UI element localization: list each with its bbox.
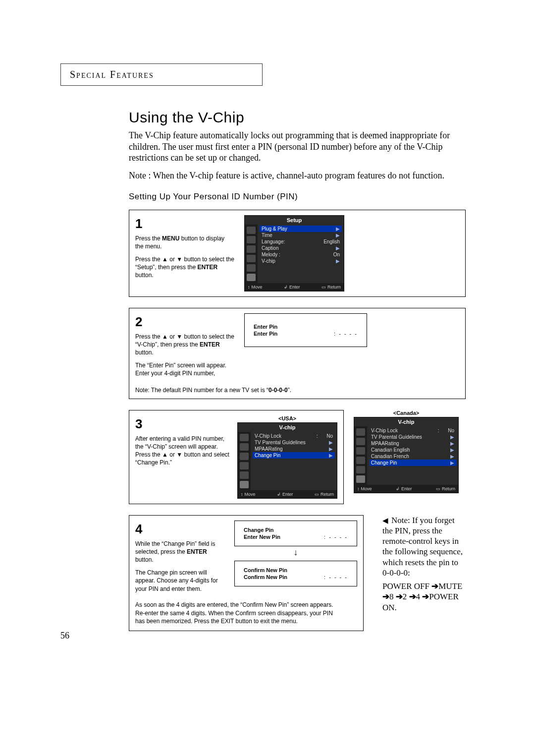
osd-footer-move: ↕ Move	[357, 486, 372, 491]
up-arrow-icon	[162, 333, 168, 340]
osd-icon-selected	[240, 481, 249, 488]
osd-icon	[240, 434, 249, 441]
osd-item-melody: Melody :On	[260, 251, 342, 258]
arrow-right-icon	[382, 592, 389, 601]
osd-vchip-canada: V-chip V-Chip Lock: No TV Paren	[354, 417, 459, 493]
confirm-pin-title: Confirm New Pin	[244, 567, 348, 573]
label: Return	[327, 285, 341, 290]
text: Press the	[135, 256, 162, 263]
osd-item-tv-guidelines: TV Parental Guidelines▶	[253, 439, 335, 446]
osd-item-caption: Caption▶	[260, 245, 342, 251]
chevron-right-icon: ▶	[336, 226, 340, 232]
chevron-right-icon: ▶	[450, 447, 454, 453]
step-3-p1: After entering a valid PIN number, the “…	[135, 435, 229, 467]
step-1-p2: Press the or button to select the “Setup…	[135, 255, 234, 280]
osd-footer: ↕ Move ↲ Enter ▭ Return	[354, 485, 458, 493]
osd-item-tv-guidelines: TV Parental Guidelines▶	[369, 434, 456, 440]
up-arrow-icon	[162, 256, 168, 263]
usa-label: <USA>	[237, 415, 337, 421]
step-1-text: 1 Press the MENU button to display the m…	[135, 215, 234, 291]
text: or	[168, 333, 176, 340]
osd-footer: ↕ Move ↲ Enter ▭ Return	[238, 490, 337, 498]
text: or	[168, 256, 176, 263]
osd-icon	[247, 255, 256, 262]
osd-item-mpaa: MPAARating▶	[253, 446, 335, 452]
chevron-right-icon: ▶	[329, 446, 333, 452]
text: button.	[135, 556, 154, 563]
pin-dots: : - - - -	[324, 574, 348, 580]
default-pin-value: 0-0-0-0	[268, 387, 288, 394]
colon: :	[438, 428, 439, 433]
text: button.	[135, 349, 154, 356]
confirm-pin-box: Confirm New Pin Confirm New Pin: - - - -	[234, 561, 357, 586]
pin-dots: : - - - -	[324, 534, 348, 540]
section-header: Special Features	[60, 63, 263, 86]
seq-power-off: POWER OFF	[382, 582, 429, 591]
osd-item-plug-play: Plug & Play▶	[260, 226, 342, 232]
osd-body: V-Chip Lock: No TV Parental Guidelines▶ …	[238, 432, 337, 490]
enter-new-pin-field: Enter New Pin: - - - -	[244, 534, 348, 540]
chevron-right-icon: ▶	[450, 434, 454, 440]
step-1-osd: Setup Plug & Play▶ Time▶	[244, 215, 344, 291]
step-4-container: 4 While the “Change Pin” field is select…	[129, 515, 364, 632]
seq-mute: MUTE	[438, 582, 462, 591]
osd-item-change-pin: Change Pin▶	[369, 460, 456, 466]
text: button.	[135, 272, 154, 279]
canada-label: <Canada>	[354, 410, 459, 416]
label: Enter Pin	[254, 324, 277, 330]
label: Enter Pin	[254, 331, 277, 337]
value: English	[323, 239, 340, 244]
reset-sequence: POWER OFFMUTE824POWER ON.	[382, 581, 466, 613]
arrow-right-icon	[429, 582, 438, 591]
value: On	[333, 252, 340, 257]
enter-button-label: ENTER	[197, 264, 217, 271]
page-content: Using the V-Chip The V-Chip feature auto…	[129, 109, 466, 631]
osd-item-language: Language:English	[260, 238, 342, 245]
osd-item-vchip-lock: V-Chip Lock: No	[369, 427, 456, 434]
confirm-new-pin-field: Confirm New Pin: - - - -	[244, 574, 348, 580]
osd-category-icons	[245, 225, 258, 283]
default-pin-note: Note: The default PIN number for a new T…	[135, 387, 459, 394]
enter-pin-box: Enter Pin Enter Pin: - - - -	[244, 313, 367, 347]
osd-footer-return: ▭ Return	[436, 486, 455, 491]
osd-item-can-english: Canadian English▶	[369, 447, 456, 453]
osd-icon	[247, 227, 256, 234]
chevron-right-icon: ▶	[336, 245, 340, 251]
label: Language:	[262, 239, 285, 244]
step-2-number: 2	[135, 313, 234, 331]
down-arrow-icon	[176, 451, 182, 458]
osd-icon	[356, 466, 365, 473]
label: V-chip	[262, 258, 275, 264]
osd-icon	[240, 462, 249, 469]
label: MPAARating	[371, 441, 399, 446]
label: MPAARating	[255, 446, 283, 452]
change-pin-box: Change Pin Enter New Pin: - - - -	[234, 521, 357, 546]
osd-icon	[240, 453, 249, 460]
step-3-usa-osd: <USA> V-chip	[237, 415, 337, 499]
osd-footer-move: ↕ Move	[241, 492, 256, 497]
step-1-row: 1 Press the MENU button to display the m…	[129, 210, 466, 297]
label: Confirm New Pin	[244, 567, 287, 573]
step-1-p1: Press the MENU button to display the men…	[135, 234, 234, 250]
label: Enter	[289, 285, 300, 290]
osd-item-can-french: Canadian French▶	[369, 453, 456, 460]
step-2-p1: Press the or button to select the “V-Chi…	[135, 333, 234, 357]
osd-title: V-chip	[354, 417, 458, 426]
osd-icon-selected	[356, 475, 365, 483]
osd-footer-enter: ↲ Enter	[284, 285, 300, 290]
osd-icon	[356, 428, 365, 436]
text: Note: The default PIN number for a new T…	[135, 387, 268, 394]
step-3-number: 3	[135, 415, 229, 433]
subsection-title: Setting Up Your Personal ID Number (PIN)	[129, 192, 466, 202]
osd-icon-selected	[247, 274, 256, 281]
osd-setup-menu: Setup Plug & Play▶ Time▶	[244, 215, 344, 291]
colon: :	[317, 433, 318, 439]
active-note: Note : When the V-chip feature is active…	[129, 171, 466, 181]
step-3-canada-osd: <Canada> V-chip V-Chip Lock	[354, 410, 459, 504]
text: Press the	[135, 333, 162, 340]
step-4-number: 4	[135, 521, 224, 538]
text: ”.	[288, 387, 291, 394]
chevron-right-icon: ▶	[336, 233, 340, 238]
step-4-osd-column: Change Pin Enter New Pin: - - - - ↓ Conf…	[234, 521, 357, 598]
seq-4: 4	[416, 592, 421, 601]
